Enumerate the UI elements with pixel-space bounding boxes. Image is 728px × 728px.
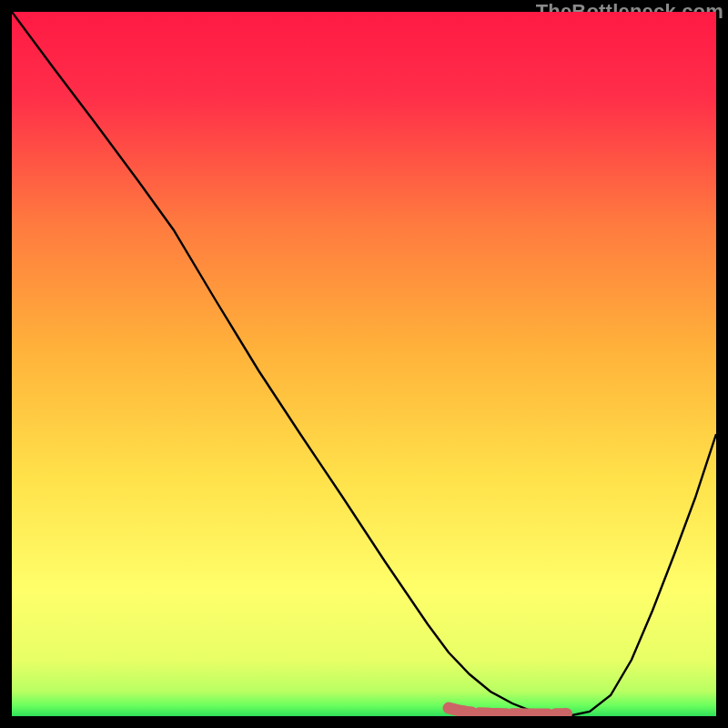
gradient-background	[12, 12, 716, 716]
highlight-band-path	[449, 708, 568, 714]
chart-plot	[12, 12, 716, 716]
chart-frame: TheBottleneck.com	[12, 12, 716, 716]
